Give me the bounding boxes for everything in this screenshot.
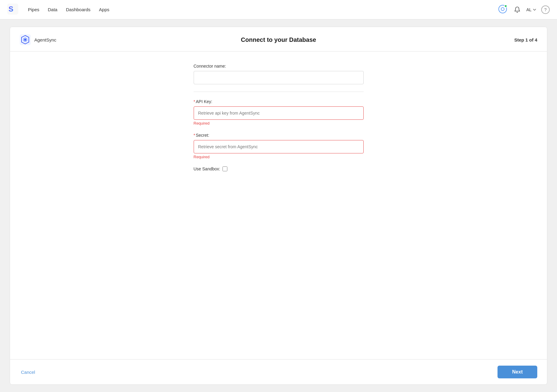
nav-links: Pipes Data Dashboards Apps [28,7,489,12]
user-initials: AL [526,7,532,12]
next-button[interactable]: Next [498,366,537,378]
secret-group: *Secret: Required [194,133,364,159]
chevron-down-icon [533,8,536,12]
status-dot [504,5,507,8]
sandbox-group: Use Sandbox: [194,166,364,171]
secret-error: Required [194,155,364,159]
wizard-brand: AgentSync [20,34,80,45]
svg-text:S: S [8,5,13,13]
user-menu[interactable]: AL [526,7,536,12]
nav-dashboards[interactable]: Dashboards [66,7,90,12]
api-key-group: *API Key: Required [194,99,364,126]
wizard-card: AgentSync Connect to your Database Step … [10,27,547,385]
nav-data[interactable]: Data [48,7,58,12]
api-key-error: Required [194,121,364,126]
secret-required-star: * [194,133,195,138]
status-icon[interactable] [498,5,508,15]
brand-name: AgentSync [34,37,56,42]
top-navigation: S Pipes Data Dashboards Apps [0,0,557,19]
help-icon[interactable]: ? [541,5,550,14]
secret-input[interactable] [194,140,364,153]
sandbox-checkbox[interactable] [222,166,227,171]
main-content: AgentSync Connect to your Database Step … [0,19,557,392]
connector-name-input[interactable] [194,71,364,84]
topnav-right: AL ? [498,5,550,15]
wizard-step-label: Step 1 of 4 [477,37,537,42]
form-container: Connector name: *API Key: Required *Secr… [194,64,364,179]
cancel-button[interactable]: Cancel [20,367,36,377]
app-logo[interactable]: S [7,4,18,16]
nav-apps[interactable]: Apps [99,7,109,12]
wizard-title: Connect to your Database [80,36,477,43]
api-key-input[interactable] [194,106,364,120]
sandbox-label: Use Sandbox: [194,166,220,171]
api-key-label: *API Key: [194,99,364,104]
connector-name-group: Connector name: [194,64,364,84]
secret-label: *Secret: [194,133,364,138]
svg-point-2 [501,8,504,11]
wizard-header: AgentSync Connect to your Database Step … [10,27,547,52]
notification-bell-icon[interactable] [513,5,521,14]
connector-name-label: Connector name: [194,64,364,69]
wizard-footer: Cancel Next [10,359,547,384]
agentsync-logo-icon [20,34,31,45]
wizard-body: Connector name: *API Key: Required *Secr… [10,52,547,359]
form-divider [194,92,364,92]
api-key-required-star: * [194,99,195,104]
nav-pipes[interactable]: Pipes [28,7,39,12]
svg-point-6 [24,39,26,41]
